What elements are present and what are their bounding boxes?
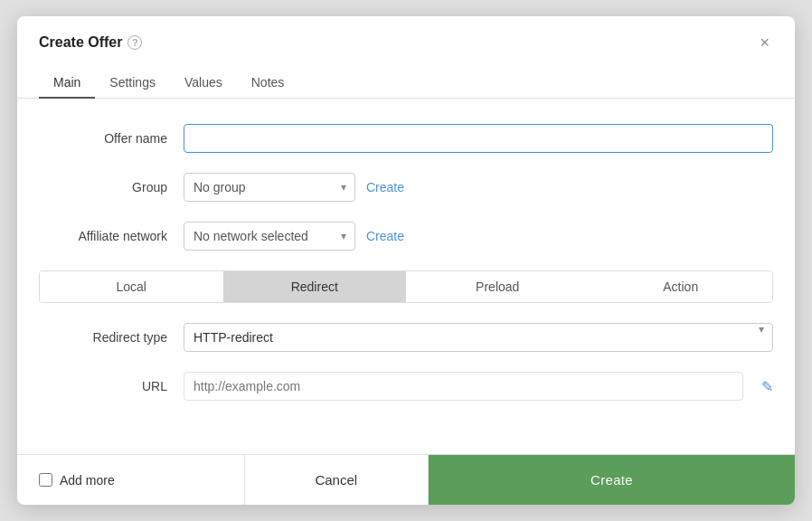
group-select-wrap: No group ▾ (184, 173, 355, 202)
redirect-type-control: HTTP-redirect 301-redirect 302-redirect … (184, 323, 773, 352)
dialog-title: Create Offer ? (39, 34, 142, 51)
url-control: ✎ (184, 372, 773, 401)
url-input[interactable] (184, 372, 743, 401)
help-icon[interactable]: ? (127, 35, 142, 50)
offer-name-input[interactable] (184, 124, 773, 153)
tab-notes[interactable]: Notes (237, 68, 299, 99)
affiliate-create-link[interactable]: Create (366, 229, 404, 243)
group-control: No group ▾ Create (184, 173, 773, 202)
group-label: Group (39, 180, 184, 194)
group-create-link[interactable]: Create (366, 180, 404, 194)
add-more-checkbox[interactable] (39, 473, 52, 487)
tab-values[interactable]: Values (170, 68, 237, 99)
url-label: URL (39, 379, 184, 393)
dialog-header: Create Offer ? × (17, 16, 795, 52)
dialog-body: Offer name Group No group ▾ Create Affil… (17, 99, 795, 454)
affiliate-select[interactable]: No network selected (184, 222, 355, 251)
cancel-button[interactable]: Cancel (244, 455, 430, 505)
affiliate-control: No network selected ▾ Create (184, 222, 773, 251)
dialog-footer: Add more Cancel Create (17, 454, 795, 505)
offer-name-control (184, 124, 773, 153)
footer-add-more-section: Add more (17, 473, 244, 488)
create-offer-dialog: Create Offer ? × Main Settings Values No… (17, 16, 795, 505)
group-select[interactable]: No group (184, 173, 355, 202)
tab-settings[interactable]: Settings (95, 68, 170, 99)
add-more-label[interactable]: Add more (60, 473, 115, 488)
type-tab-bar: Local Redirect Preload Action (39, 270, 773, 303)
affiliate-row: Affiliate network No network selected ▾ … (39, 222, 773, 251)
group-row: Group No group ▾ Create (39, 173, 773, 202)
dialog-title-text: Create Offer (39, 34, 122, 51)
redirect-type-select[interactable]: HTTP-redirect 301-redirect 302-redirect … (184, 323, 773, 352)
url-row: URL ✎ (39, 372, 773, 401)
redirect-type-select-wrap: HTTP-redirect 301-redirect 302-redirect … (184, 323, 773, 352)
type-tab-redirect[interactable]: Redirect (223, 271, 407, 302)
offer-name-label: Offer name (39, 131, 184, 146)
offer-name-row: Offer name (39, 124, 773, 153)
tab-bar: Main Settings Values Notes (17, 56, 795, 99)
close-button[interactable]: × (756, 33, 773, 52)
affiliate-label: Affiliate network (39, 229, 184, 243)
url-edit-icon[interactable]: ✎ (761, 378, 773, 395)
tab-main[interactable]: Main (39, 68, 95, 99)
redirect-type-label: Redirect type (39, 330, 184, 345)
redirect-type-row: Redirect type HTTP-redirect 301-redirect… (39, 323, 773, 352)
type-tab-preload[interactable]: Preload (406, 271, 590, 302)
create-button[interactable]: Create (429, 455, 795, 505)
affiliate-select-wrap: No network selected ▾ (184, 222, 355, 251)
type-tab-local[interactable]: Local (40, 271, 223, 302)
type-tab-action[interactable]: Action (590, 271, 773, 302)
